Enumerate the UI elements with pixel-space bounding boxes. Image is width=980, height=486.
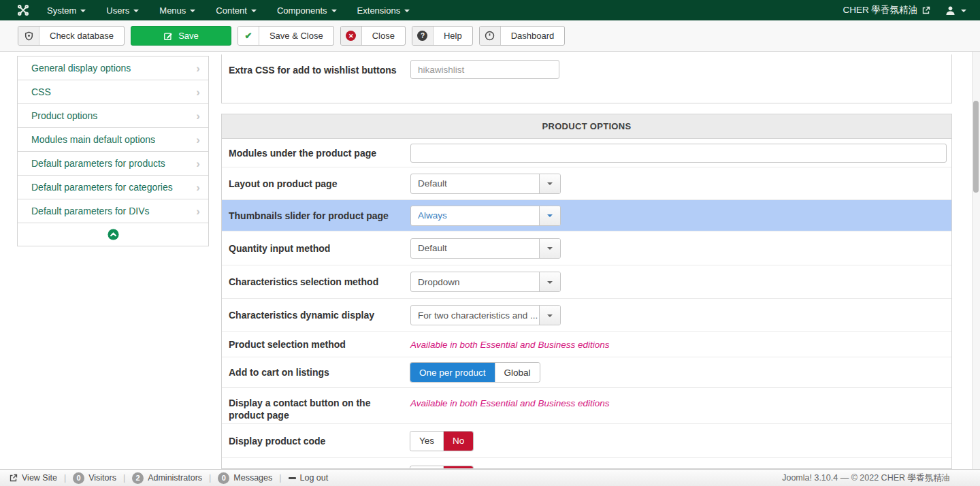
menu-system[interactable]: System (37, 0, 96, 20)
menu-components[interactable]: Components (267, 0, 347, 20)
menu-menus[interactable]: Menus (149, 0, 206, 20)
check-database-button[interactable]: Check database (18, 26, 125, 46)
field-label: Characteristics selection method (229, 276, 410, 288)
user-menu[interactable] (945, 5, 970, 16)
sidebar-item-product-options[interactable]: Product options › (18, 104, 208, 128)
view-site-link[interactable]: View Site (10, 473, 57, 483)
user-icon (945, 5, 956, 16)
chevron-down-icon (133, 10, 139, 12)
sidebar-item-default-parameters-products[interactable]: Default parameters for products › (18, 152, 208, 176)
save-button[interactable]: Save (131, 26, 231, 46)
field-label: Add to cart on listings (229, 366, 410, 378)
field-row: Characteristics selection method Dropdow… (222, 265, 951, 299)
field-row: Display product code Yes No (222, 424, 951, 458)
chevron-down-icon (190, 10, 195, 12)
scrollbar-thumb[interactable] (973, 101, 979, 193)
chevron-down-icon (539, 272, 560, 291)
field-label: Modules under the product page (229, 147, 410, 159)
help-icon: ? (412, 27, 434, 45)
chevron-right-icon: › (196, 110, 200, 122)
chevron-down-icon (331, 10, 337, 12)
menu-content[interactable]: Content (206, 0, 267, 20)
field-row: Layout on product page Default (222, 167, 951, 200)
add-to-cart-toggle: One per product Global (410, 363, 540, 382)
field-label: Quantity input method (229, 242, 410, 255)
chevron-right-icon: › (196, 206, 200, 217)
chevron-right-icon: › (196, 134, 200, 146)
sidebar-collapse-button[interactable] (18, 223, 208, 246)
field-label: Characteristics dynamic display (229, 309, 410, 321)
chevron-down-icon (404, 10, 410, 12)
field-row: Modules under the product page (222, 139, 951, 167)
menu-extensions[interactable]: Extensions (347, 0, 421, 20)
sidebar-item-default-parameters-categories[interactable]: Default parameters for categories › (18, 176, 208, 199)
sidebar-item-general-display-options[interactable]: General display options › (18, 56, 208, 80)
close-button[interactable]: ✕ Close (340, 26, 406, 46)
visitors-status[interactable]: 0 Visitors (73, 472, 116, 484)
visitors-count-badge: 0 (73, 472, 84, 484)
scrollbar-track[interactable] (972, 52, 980, 469)
field-row: Characteristics dynamic display For two … (222, 299, 951, 332)
chevron-down-icon (80, 10, 86, 12)
toggle-option-global[interactable]: Global (495, 363, 540, 382)
chevron-up-circle-icon (108, 229, 119, 240)
administrators-count-badge: 2 (132, 472, 144, 484)
administrators-status[interactable]: 2 Administrators (132, 472, 202, 484)
field-label: Layout on product page (229, 178, 410, 190)
edit-icon (163, 31, 173, 41)
toggle-option-no[interactable]: No (444, 432, 473, 451)
panel-title: PRODUCT OPTIONS (222, 114, 951, 139)
check-icon: ✔ (238, 27, 259, 45)
edition-note: Available in both Essential and Business… (410, 340, 609, 350)
chevron-down-icon (539, 306, 560, 325)
sidebar-item-modules-main-default-options[interactable]: Modules main default options › (18, 128, 208, 152)
logout-icon (289, 477, 296, 479)
chevron-right-icon: › (196, 182, 200, 193)
chevron-right-icon: › (196, 63, 200, 74)
layout-product-page-select[interactable]: Default (410, 174, 561, 194)
thumbnails-slider-select[interactable]: Always (410, 206, 561, 226)
toolbar: Check database Save ✔ Save & Close ✕ Clo… (0, 20, 980, 52)
shield-icon (18, 27, 39, 45)
separator: | (279, 473, 281, 483)
edition-note: Available in both Essential and Business… (410, 398, 609, 408)
help-button[interactable]: ? Help (412, 26, 473, 46)
display-product-code-toggle: Yes No (410, 432, 473, 451)
quantity-input-method-select[interactable]: Default (410, 238, 561, 259)
display-options-panel: Extra CSS for add to wishlist buttons (221, 54, 952, 103)
characteristics-dynamic-display-select[interactable]: For two characteristics and ... (410, 305, 561, 325)
joomla-version-copyright: Joomla! 3.10.4 — © 2022 CHER 學香氛精油 (782, 472, 950, 484)
modules-under-product-input[interactable] (410, 144, 947, 163)
menu-users[interactable]: Users (96, 0, 149, 20)
field-row: Quantity input method Default (222, 231, 951, 265)
field-row-highlighted: Thumbnails slider for product page Alway… (222, 200, 951, 231)
admin-navbar: System Users Menus Content Components Ex… (0, 0, 980, 20)
field-label: Product selection method (229, 338, 410, 351)
site-preview-link[interactable]: CHER 學香氛精油 (843, 4, 930, 16)
sidebar-item-default-parameters-divs[interactable]: Default parameters for DIVs › (18, 199, 208, 223)
chevron-down-icon (251, 10, 257, 12)
toggle-option-yes[interactable]: Yes (410, 432, 444, 451)
cancel-icon: ✕ (341, 27, 362, 45)
field-row: Display a contact button on the product … (222, 388, 951, 424)
chevron-down-icon (539, 174, 560, 193)
characteristics-selection-method-select[interactable]: Dropdown (410, 272, 561, 292)
chevron-right-icon: › (196, 86, 200, 98)
joomla-logo-icon (16, 3, 30, 17)
save-close-button[interactable]: ✔ Save & Close (238, 26, 334, 46)
field-label: Extra CSS for add to wishlist buttons (229, 60, 410, 103)
field-label: Display a contact button on the product … (229, 397, 410, 421)
toggle-option-one-per-product[interactable]: One per product (410, 363, 495, 382)
field-row: Yes No (222, 458, 951, 469)
sidebar-item-css[interactable]: CSS › (18, 80, 208, 104)
messages-status[interactable]: 0 Messages (218, 472, 272, 484)
logout-link[interactable]: Log out (289, 473, 329, 483)
wishlist-css-input[interactable] (410, 60, 559, 79)
external-link-icon (922, 6, 930, 14)
separator: | (64, 473, 66, 483)
product-options-panel: PRODUCT OPTIONS Modules under the produc… (221, 114, 952, 469)
chevron-down-icon (539, 206, 560, 225)
external-link-icon (10, 474, 18, 482)
dashboard-button[interactable]: Dashboard (479, 26, 566, 46)
separator: | (123, 473, 125, 483)
